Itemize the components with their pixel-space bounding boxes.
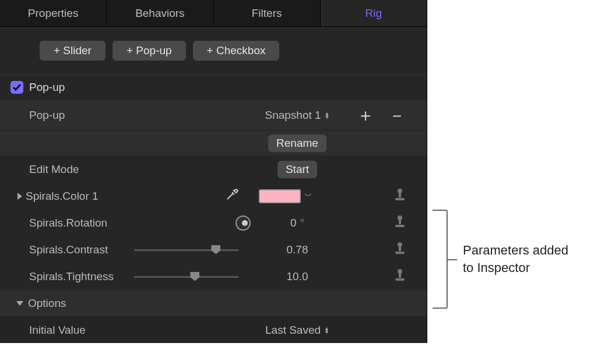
callout-line1: Parameters added <box>463 242 568 259</box>
chevron-down-icon[interactable]: ﹀ <box>304 191 312 202</box>
bracket-icon <box>433 210 448 309</box>
add-popup-button[interactable]: + Pop-up <box>113 41 186 61</box>
param-color-row: Spirals.Color 1 ﹀ <box>0 182 427 209</box>
param-contrast-row: Spirals.Contrast 0.78 <box>0 236 427 263</box>
svg-rect-11 <box>395 278 405 281</box>
options-header-row[interactable]: Options <box>0 289 427 316</box>
joystick-icon[interactable] <box>394 214 406 231</box>
tab-filters[interactable]: Filters <box>214 0 321 26</box>
svg-point-9 <box>398 269 402 274</box>
tab-properties[interactable]: Properties <box>0 0 107 26</box>
edit-mode-label: Edit Mode <box>29 163 79 176</box>
rotation-dial[interactable] <box>236 215 251 231</box>
snapshot-dropdown[interactable]: Snapshot 1 ▲▼ <box>265 109 329 122</box>
slider-thumb[interactable] <box>190 272 199 281</box>
contrast-slider[interactable] <box>134 244 239 256</box>
snapshot-value: Snapshot 1 <box>265 109 321 122</box>
eyedropper-icon[interactable] <box>225 188 239 204</box>
svg-rect-4 <box>399 220 401 224</box>
param-tightness-row: Spirals.Tightness 10.0 <box>0 263 427 289</box>
add-checkbox-button[interactable]: + Checkbox <box>193 41 280 61</box>
callout-line2: to Inspector <box>463 259 568 277</box>
color-swatch[interactable] <box>259 189 301 203</box>
tab-behaviors[interactable]: Behaviors <box>107 0 213 26</box>
rename-button[interactable]: Rename <box>268 135 326 152</box>
stepper-icon: ▲▼ <box>324 327 329 334</box>
svg-rect-2 <box>395 198 405 200</box>
section-title-label: Pop-up <box>29 81 65 94</box>
slider-thumb[interactable] <box>211 245 220 255</box>
param-contrast-label: Spirals.Contrast <box>29 243 108 256</box>
joystick-icon[interactable] <box>394 188 406 204</box>
svg-rect-7 <box>399 246 401 251</box>
rename-row: Rename <box>0 130 427 156</box>
svg-point-6 <box>398 242 402 247</box>
rotation-value[interactable]: 0 <box>290 217 297 229</box>
svg-point-3 <box>398 215 402 220</box>
rotation-unit: ° <box>300 217 304 229</box>
initial-value-row: Initial Value Last Saved ▲▼ <box>0 316 427 343</box>
disclosure-down-icon <box>16 301 23 306</box>
edit-mode-start-button[interactable]: Start <box>277 161 317 178</box>
options-label: Options <box>28 297 66 310</box>
joystick-icon[interactable] <box>394 241 406 258</box>
svg-rect-10 <box>399 273 401 278</box>
snapshot-add-button[interactable]: ＋ <box>357 107 374 124</box>
param-rotation-label: Spirals.Rotation <box>29 217 107 229</box>
initial-value-label: Initial Value <box>29 324 86 337</box>
disclosure-icon[interactable] <box>17 193 22 200</box>
snapshot-remove-button[interactable]: － <box>388 107 406 124</box>
inspector-panel: Properties Behaviors Filters Rig + Slide… <box>0 0 427 343</box>
initial-value-dropdown[interactable]: Last Saved ▲▼ <box>265 324 329 337</box>
svg-rect-1 <box>399 193 401 197</box>
svg-rect-5 <box>395 225 405 227</box>
svg-point-0 <box>398 189 402 193</box>
tab-bar: Properties Behaviors Filters Rig <box>0 0 427 27</box>
popup-label: Pop-up <box>29 109 65 122</box>
param-color-label: Spirals.Color 1 <box>26 190 99 203</box>
contrast-value[interactable]: 0.78 <box>287 243 308 256</box>
check-icon <box>12 83 22 92</box>
popup-snapshot-row: Pop-up Snapshot 1 ▲▼ ＋ － <box>0 100 427 130</box>
popup-section-header: Pop-up <box>0 75 427 100</box>
param-tightness-label: Spirals.Tightness <box>29 270 114 283</box>
callout-annotation: Parameters added to Inspector <box>433 210 568 309</box>
edit-mode-row: Edit Mode Start <box>0 156 427 182</box>
param-rotation-row: Spirals.Rotation 0 ° <box>0 209 427 236</box>
add-widget-row: + Slider + Pop-up + Checkbox <box>0 27 427 75</box>
svg-rect-8 <box>395 252 405 254</box>
tightness-value[interactable]: 10.0 <box>287 270 308 283</box>
add-slider-button[interactable]: + Slider <box>40 41 106 61</box>
joystick-icon[interactable] <box>394 268 406 285</box>
tightness-slider[interactable] <box>134 271 239 282</box>
popup-enable-checkbox[interactable] <box>10 81 23 94</box>
stepper-icon: ▲▼ <box>325 112 330 119</box>
tab-rig[interactable]: Rig <box>321 0 427 26</box>
initial-value-text: Last Saved <box>265 324 321 337</box>
